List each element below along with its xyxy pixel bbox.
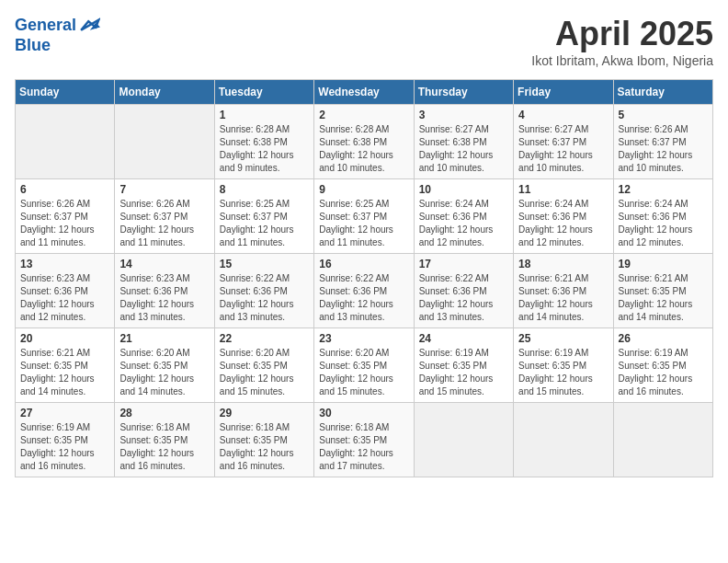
calendar-day-cell: 27Sunrise: 6:19 AM Sunset: 6:35 PM Dayli…: [16, 403, 115, 477]
calendar-table: SundayMondayTuesdayWednesdayThursdayFrid…: [15, 79, 713, 477]
calendar-body: 1Sunrise: 6:28 AM Sunset: 6:38 PM Daylig…: [16, 105, 713, 477]
weekday-header-cell: Monday: [115, 80, 214, 105]
logo-icon: [78, 15, 100, 37]
day-number: 17: [419, 258, 508, 270]
day-info: Sunrise: 6:26 AM Sunset: 6:37 PM Dayligh…: [619, 123, 708, 175]
day-info: Sunrise: 6:22 AM Sunset: 6:36 PM Dayligh…: [220, 272, 309, 324]
weekday-header-cell: Thursday: [414, 80, 513, 105]
day-number: 25: [518, 332, 608, 345]
day-number: 19: [619, 258, 708, 270]
calendar-day-cell: 28Sunrise: 6:18 AM Sunset: 6:35 PM Dayli…: [115, 403, 214, 477]
calendar-day-cell: 15Sunrise: 6:22 AM Sunset: 6:36 PM Dayli…: [214, 254, 313, 328]
day-number: 10: [419, 183, 508, 196]
header: General Blue April 2025 Ikot Ibritam, Ak…: [15, 15, 713, 68]
weekday-header-cell: Saturday: [613, 80, 712, 105]
logo-text: General: [15, 17, 76, 35]
calendar-day-cell: 8Sunrise: 6:25 AM Sunset: 6:37 PM Daylig…: [214, 179, 313, 254]
day-info: Sunrise: 6:19 AM Sunset: 6:35 PM Dayligh…: [419, 347, 508, 398]
day-info: Sunrise: 6:28 AM Sunset: 6:38 PM Dayligh…: [319, 123, 408, 175]
day-number: 21: [119, 332, 209, 345]
day-info: Sunrise: 6:25 AM Sunset: 6:37 PM Dayligh…: [319, 198, 408, 249]
day-number: 8: [220, 183, 309, 196]
day-number: 18: [518, 258, 608, 270]
day-number: 12: [619, 183, 708, 196]
calendar-week-row: 20Sunrise: 6:21 AM Sunset: 6:35 PM Dayli…: [16, 328, 713, 403]
day-info: Sunrise: 6:24 AM Sunset: 6:36 PM Dayligh…: [619, 198, 708, 249]
day-number: 14: [119, 258, 209, 270]
calendar-day-cell: 6Sunrise: 6:26 AM Sunset: 6:37 PM Daylig…: [16, 179, 115, 254]
day-info: Sunrise: 6:18 AM Sunset: 6:35 PM Dayligh…: [319, 421, 408, 473]
calendar-day-cell: 14Sunrise: 6:23 AM Sunset: 6:36 PM Dayli…: [115, 254, 214, 328]
day-info: Sunrise: 6:20 AM Sunset: 6:35 PM Dayligh…: [220, 347, 309, 398]
day-number: 7: [119, 183, 209, 196]
day-info: Sunrise: 6:22 AM Sunset: 6:36 PM Dayligh…: [319, 272, 408, 324]
logo-subtext: Blue: [15, 37, 100, 55]
calendar-day-cell: 4Sunrise: 6:27 AM Sunset: 6:37 PM Daylig…: [514, 105, 613, 179]
day-number: 24: [419, 332, 508, 345]
day-number: 13: [20, 258, 109, 270]
day-number: 2: [319, 109, 408, 121]
day-number: 6: [20, 183, 109, 196]
calendar-week-row: 13Sunrise: 6:23 AM Sunset: 6:36 PM Dayli…: [16, 254, 713, 328]
day-number: 4: [518, 109, 608, 121]
calendar-day-cell: 19Sunrise: 6:21 AM Sunset: 6:35 PM Dayli…: [613, 254, 712, 328]
day-number: 22: [220, 332, 309, 345]
calendar-day-cell: [16, 105, 115, 179]
calendar-day-cell: 5Sunrise: 6:26 AM Sunset: 6:37 PM Daylig…: [613, 105, 712, 179]
calendar-day-cell: 10Sunrise: 6:24 AM Sunset: 6:36 PM Dayli…: [414, 179, 513, 254]
weekday-header-cell: Friday: [514, 80, 613, 105]
calendar-day-cell: 12Sunrise: 6:24 AM Sunset: 6:36 PM Dayli…: [613, 179, 712, 254]
day-info: Sunrise: 6:24 AM Sunset: 6:36 PM Dayligh…: [518, 198, 608, 249]
calendar-day-cell: 7Sunrise: 6:26 AM Sunset: 6:37 PM Daylig…: [115, 179, 214, 254]
weekday-header-cell: Wednesday: [314, 80, 414, 105]
calendar-day-cell: 21Sunrise: 6:20 AM Sunset: 6:35 PM Dayli…: [115, 328, 214, 403]
calendar-day-cell: 16Sunrise: 6:22 AM Sunset: 6:36 PM Dayli…: [314, 254, 414, 328]
calendar-day-cell: [414, 403, 513, 477]
calendar-day-cell: 11Sunrise: 6:24 AM Sunset: 6:36 PM Dayli…: [514, 179, 613, 254]
calendar-day-cell: 30Sunrise: 6:18 AM Sunset: 6:35 PM Dayli…: [314, 403, 414, 477]
weekday-header-cell: Tuesday: [214, 80, 313, 105]
calendar-day-cell: 24Sunrise: 6:19 AM Sunset: 6:35 PM Dayli…: [414, 328, 513, 403]
day-info: Sunrise: 6:21 AM Sunset: 6:35 PM Dayligh…: [20, 347, 109, 398]
day-number: 16: [319, 258, 408, 270]
subtitle: Ikot Ibritam, Akwa Ibom, Nigeria: [531, 53, 713, 68]
calendar-day-cell: 17Sunrise: 6:22 AM Sunset: 6:36 PM Dayli…: [414, 254, 513, 328]
day-number: 15: [220, 258, 309, 270]
day-number: 5: [619, 109, 708, 121]
day-info: Sunrise: 6:27 AM Sunset: 6:38 PM Dayligh…: [419, 123, 508, 175]
day-info: Sunrise: 6:24 AM Sunset: 6:36 PM Dayligh…: [419, 198, 508, 249]
day-info: Sunrise: 6:20 AM Sunset: 6:35 PM Dayligh…: [319, 347, 408, 398]
day-info: Sunrise: 6:23 AM Sunset: 6:36 PM Dayligh…: [119, 272, 209, 324]
logo: General Blue: [15, 15, 100, 55]
day-info: Sunrise: 6:20 AM Sunset: 6:35 PM Dayligh…: [119, 347, 209, 398]
calendar-day-cell: 23Sunrise: 6:20 AM Sunset: 6:35 PM Dayli…: [314, 328, 414, 403]
day-number: 30: [319, 407, 408, 419]
day-number: 3: [419, 109, 508, 121]
day-number: 28: [119, 407, 209, 419]
day-info: Sunrise: 6:27 AM Sunset: 6:37 PM Dayligh…: [518, 123, 608, 175]
calendar-week-row: 6Sunrise: 6:26 AM Sunset: 6:37 PM Daylig…: [16, 179, 713, 254]
month-title: April 2025: [531, 15, 713, 53]
day-info: Sunrise: 6:18 AM Sunset: 6:35 PM Dayligh…: [119, 421, 209, 473]
day-number: 11: [518, 183, 608, 196]
day-info: Sunrise: 6:22 AM Sunset: 6:36 PM Dayligh…: [419, 272, 508, 324]
calendar-week-row: 27Sunrise: 6:19 AM Sunset: 6:35 PM Dayli…: [16, 403, 713, 477]
day-info: Sunrise: 6:19 AM Sunset: 6:35 PM Dayligh…: [20, 421, 109, 473]
calendar-day-cell: 3Sunrise: 6:27 AM Sunset: 6:38 PM Daylig…: [414, 105, 513, 179]
day-info: Sunrise: 6:21 AM Sunset: 6:35 PM Dayligh…: [619, 272, 708, 324]
day-info: Sunrise: 6:19 AM Sunset: 6:35 PM Dayligh…: [518, 347, 608, 398]
calendar-day-cell: 9Sunrise: 6:25 AM Sunset: 6:37 PM Daylig…: [314, 179, 414, 254]
day-info: Sunrise: 6:28 AM Sunset: 6:38 PM Dayligh…: [220, 123, 309, 175]
calendar-day-cell: [613, 403, 712, 477]
day-info: Sunrise: 6:21 AM Sunset: 6:36 PM Dayligh…: [518, 272, 608, 324]
day-info: Sunrise: 6:19 AM Sunset: 6:35 PM Dayligh…: [619, 347, 708, 398]
day-number: 26: [619, 332, 708, 345]
calendar-day-cell: 20Sunrise: 6:21 AM Sunset: 6:35 PM Dayli…: [16, 328, 115, 403]
calendar-day-cell: 2Sunrise: 6:28 AM Sunset: 6:38 PM Daylig…: [314, 105, 414, 179]
calendar-day-cell: 29Sunrise: 6:18 AM Sunset: 6:35 PM Dayli…: [214, 403, 313, 477]
day-info: Sunrise: 6:18 AM Sunset: 6:35 PM Dayligh…: [220, 421, 309, 473]
day-number: 29: [220, 407, 309, 419]
calendar-day-cell: 13Sunrise: 6:23 AM Sunset: 6:36 PM Dayli…: [16, 254, 115, 328]
day-number: 23: [319, 332, 408, 345]
calendar-day-cell: 25Sunrise: 6:19 AM Sunset: 6:35 PM Dayli…: [514, 328, 613, 403]
